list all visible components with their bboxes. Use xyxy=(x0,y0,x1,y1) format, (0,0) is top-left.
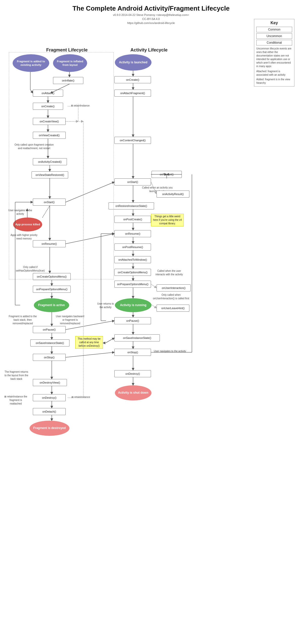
on-create-options-menu-activity-node: onCreateOptionsMenu() xyxy=(114,269,151,276)
on-destroy-fragment-node: onDestroy() xyxy=(33,394,66,401)
svg-line-66 xyxy=(106,338,114,343)
only-called-when-note: Only called when onUserInteraction() is … xyxy=(153,293,189,300)
on-destroy-view-node: onDestroyView() xyxy=(33,379,67,386)
on-pause-activity-node: onPause() xyxy=(114,317,151,324)
main-title: The Complete Android Activity/Fragment L… xyxy=(0,5,302,12)
fragment-destroyed-node: Fragment is destroyed xyxy=(30,421,69,436)
on-content-changed-node: onContentChanged() xyxy=(114,137,151,144)
key-title: Key xyxy=(256,21,292,25)
on-attached-to-window-node: onAttachedToWindow() xyxy=(114,256,151,263)
on-start-activity-node: onStart() xyxy=(114,178,151,185)
on-prepare-options-menu-activity-node: onPrepareOptionsMenu() xyxy=(114,281,151,288)
fragment-dashed-box xyxy=(9,52,114,279)
on-destroy-activity-node: onDestroy() xyxy=(114,370,151,377)
on-activity-result-node: onActivityResult() xyxy=(157,191,189,198)
fragment-added-back-note: Fragment is added to the back stack, the… xyxy=(8,315,38,325)
on-stop-activity-node: onStop() xyxy=(114,349,151,356)
retain-instance-reattached-note: ⊠ retainInstance the fragment is reattac… xyxy=(4,395,28,406)
on-restore-instance-state-node: onRestoreInstanceState() xyxy=(109,202,154,209)
on-attach-fragment-node: onAttachFragment() xyxy=(114,90,151,97)
on-post-resume-node: onPostResume() xyxy=(114,244,151,251)
svg-line-25 xyxy=(151,284,157,288)
on-user-leave-hint-node: onUserLeaveHint() xyxy=(157,305,189,312)
on-resume-activity-node: onResume() xyxy=(114,230,151,237)
svg-line-54 xyxy=(66,352,114,357)
activity-launched-node: Activity is launched xyxy=(115,54,152,71)
user-navigates-backward-note: User navigates backward or fragment is r… xyxy=(56,315,85,325)
on-prepare-options-menu-fragment-node: onPrepareOptionsMenu() xyxy=(33,286,71,293)
on-post-create-node: onPostCreate() xyxy=(114,216,151,223)
fragment-active-node: Fragment is active xyxy=(34,298,69,312)
svg-line-26 xyxy=(152,305,157,308)
page-container: The Complete Android Activity/Fragment L… xyxy=(0,0,302,644)
activity-running-node: Activity is running xyxy=(115,298,152,312)
on-save-instance-state-activity-node: onSaveInstanceState() xyxy=(114,334,160,341)
activity-lifecycle-label: Activity Lifecycle xyxy=(116,47,182,53)
subtitle1: v0.9.0 2014-04-22 Steve Pomeroy <stevep@… xyxy=(0,13,302,16)
fragment-returns-note: The fragment returns to the layout from … xyxy=(4,370,29,381)
called-when-user-interacts-note: Called when the user interacts with the … xyxy=(153,269,186,276)
activity-shutdown-node: Activity is shut down xyxy=(115,385,152,400)
on-detach-node: onDetach() xyxy=(33,408,66,415)
diagram: Fragment Lifecycle Activity Lifecycle Ac… xyxy=(0,27,302,638)
user-navigates-to-activity-note: User navigates to the activity xyxy=(154,350,186,353)
this-method-may-note: This method may be called at any time be… xyxy=(75,336,103,349)
on-user-interaction-node: onUserInteraction() xyxy=(157,284,191,291)
on-create-activity-node: onCreate() xyxy=(114,76,151,83)
user-returns-note: User returns to the activity xyxy=(95,302,116,309)
on-restart-node: onRestart() xyxy=(152,171,182,178)
on-pause-fragment-node: onPause() xyxy=(33,326,66,333)
retain-instance-2-note: ⊠ retainInstance xyxy=(68,395,93,399)
on-save-instance-state-fragment-node: onSaveInstanceState() xyxy=(30,339,69,346)
on-stop-fragment-node: onStop() xyxy=(33,354,66,361)
things-get-weird-note: Things get a little weird here if you're… xyxy=(151,214,184,226)
